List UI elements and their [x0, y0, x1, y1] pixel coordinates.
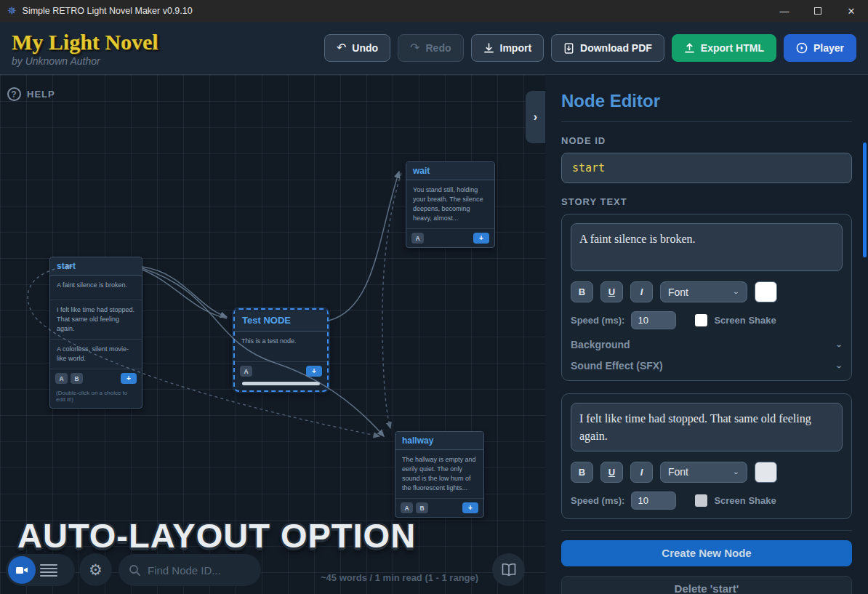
italic-button[interactable]: I — [630, 462, 653, 483]
node-test-text-1[interactable]: This is a test node. — [235, 332, 327, 362]
story-text-label: STORY TEXT — [561, 196, 852, 207]
node-graph-canvas[interactable]: ? HELP start A faint silence is broken. … — [0, 75, 545, 594]
speed-input[interactable] — [631, 491, 676, 510]
story-text-input-1[interactable]: A faint silence is broken. — [571, 223, 843, 271]
delete-node-button[interactable]: Delete 'start' — [561, 576, 852, 594]
search-input[interactable] — [148, 564, 249, 577]
text-color-swatch[interactable] — [755, 462, 777, 483]
window-titlebar: ✵ Simple RETRO Light Novel Maker v0.9.10… — [0, 0, 868, 22]
speed-label: Speed (ms): — [571, 315, 624, 326]
maximize-icon — [814, 7, 821, 15]
divider — [561, 121, 852, 122]
import-icon — [483, 43, 494, 54]
screen-shake-checkbox[interactable] — [695, 314, 707, 326]
maximize-button[interactable] — [801, 0, 835, 22]
font-select[interactable]: Font ⌄ — [660, 281, 747, 302]
node-start[interactable]: start A faint silence is broken. I felt … — [49, 257, 142, 409]
sfx-accordion[interactable]: Sound Effect (SFX) ⌄ — [571, 360, 843, 372]
screen-shake-label: Screen Shake — [714, 495, 776, 506]
import-button[interactable]: Import — [471, 34, 544, 62]
story-block-1: A faint silence is broken. B U I Font ⌄ … — [561, 214, 852, 381]
choice-a-chip[interactable]: A — [240, 366, 252, 377]
italic-button[interactable]: I — [630, 281, 653, 302]
word-count-status: ~45 words / 1 min read (1 - 1 range) — [321, 572, 478, 583]
settings-button[interactable]: ⚙ — [79, 553, 112, 586]
window-controls: — ✕ — [768, 0, 868, 22]
screen-shake-checkbox[interactable] — [695, 494, 707, 507]
create-new-node-button[interactable]: Create New Node — [561, 540, 852, 566]
camera-view-button[interactable] — [8, 556, 36, 584]
minimize-button[interactable]: — — [768, 0, 801, 22]
text-color-swatch[interactable] — [755, 281, 777, 302]
panel-scrollbar[interactable] — [863, 143, 867, 257]
node-wait-text-1[interactable]: You stand still, holding your breath. Th… — [406, 180, 494, 229]
export-html-button[interactable]: Export HTML — [672, 34, 776, 62]
node-start-title[interactable]: start — [50, 257, 142, 276]
speed-row-2: Speed (ms): Screen Shake — [571, 491, 843, 510]
canvas-bottom-bar: ⚙ ~45 words / 1 min read (1 - 1 range) — [0, 552, 545, 594]
panel-collapse-handle[interactable]: › — [526, 91, 545, 143]
choice-a-chip[interactable]: A — [411, 233, 424, 244]
node-hallway-text-1[interactable]: The hallway is empty and eerily quiet. T… — [395, 450, 483, 499]
node-wait-choices: A + — [406, 229, 494, 247]
add-choice-button[interactable]: + — [473, 233, 489, 244]
underline-button[interactable]: U — [600, 462, 623, 483]
view-mode-toggle — [6, 554, 75, 586]
add-choice-button[interactable]: + — [306, 366, 322, 377]
undo-button[interactable]: ↶ Undo — [324, 34, 390, 62]
speed-input[interactable] — [631, 311, 676, 329]
background-accordion[interactable]: Background ⌄ — [571, 339, 843, 350]
bold-button[interactable]: B — [571, 281, 593, 302]
node-search[interactable] — [118, 554, 261, 586]
format-toolbar-1: B U I Font ⌄ — [571, 281, 843, 302]
choice-b-chip[interactable]: B — [71, 373, 83, 384]
story-block-2: I felt like time had stopped. That same … — [561, 393, 852, 518]
node-start-choices: A B + — [50, 369, 142, 388]
project-title: My Light Novel — [12, 30, 158, 54]
list-view-button[interactable] — [40, 564, 62, 577]
app-icon: ✵ — [7, 4, 17, 17]
node-test-node[interactable]: Test NODE This is a test node. A + — [233, 308, 329, 392]
node-hallway-title[interactable]: hallway — [395, 432, 483, 450]
node-start-text-1[interactable]: A faint silence is broken. — [50, 276, 142, 300]
bold-button[interactable]: B — [571, 462, 593, 483]
panel-title: Node Editor — [561, 91, 852, 111]
choice-a-chip[interactable]: A — [401, 502, 413, 513]
project-brand: My Light Novel by Unknown Author — [12, 30, 158, 67]
underline-button[interactable]: U — [600, 281, 623, 302]
node-id-label: NODE ID — [561, 135, 852, 146]
redo-button[interactable]: ↷ Redo — [398, 34, 463, 62]
node-start-text-2[interactable]: I felt like time had stopped. That same … — [50, 300, 142, 340]
choice-b-chip[interactable]: B — [416, 502, 428, 513]
node-wait[interactable]: wait You stand still, holding your breat… — [406, 161, 495, 248]
download-pdf-button[interactable]: Download PDF — [551, 34, 664, 62]
help-label: HELP — [27, 89, 55, 100]
node-id-input[interactable] — [561, 153, 852, 183]
edge-start-to-testnode — [142, 267, 227, 317]
node-resize-handle[interactable] — [242, 382, 320, 385]
search-icon — [129, 564, 141, 577]
font-select[interactable]: Font ⌄ — [660, 462, 747, 483]
story-text-input-2[interactable]: I felt like time had stopped. That same … — [571, 403, 843, 451]
node-start-hint: (Double-click on a choice to edit it!) — [50, 388, 142, 408]
help-icon: ? — [7, 87, 21, 101]
add-choice-button[interactable]: + — [462, 502, 478, 513]
chevron-down-icon: ⌄ — [835, 341, 843, 349]
add-choice-button[interactable]: + — [121, 373, 137, 384]
player-button[interactable]: Player — [784, 34, 856, 62]
edge-wait-to-hallway — [382, 173, 401, 428]
help-button[interactable]: ? HELP — [7, 87, 55, 101]
node-editor-panel: Node Editor NODE ID STORY TEXT A faint s… — [545, 75, 868, 594]
node-hallway[interactable]: hallway The hallway is empty and eerily … — [395, 431, 484, 518]
app-header: My Light Novel by Unknown Author ↶ Undo … — [0, 22, 868, 75]
choice-a-chip[interactable]: A — [55, 373, 68, 384]
story-book-button[interactable] — [492, 553, 525, 586]
edge-start-to-testnode-b — [142, 270, 227, 318]
play-circle-icon — [796, 42, 808, 54]
node-wait-title[interactable]: wait — [406, 162, 494, 180]
node-test-title[interactable]: Test NODE — [235, 310, 327, 332]
auto-layout-caption: AUTO-LAYOUT OPTION — [17, 515, 416, 555]
video-camera-icon — [15, 563, 29, 577]
close-button[interactable]: ✕ — [835, 0, 868, 22]
node-start-text-3[interactable]: A colorless, silent movie-like world. — [50, 340, 142, 369]
